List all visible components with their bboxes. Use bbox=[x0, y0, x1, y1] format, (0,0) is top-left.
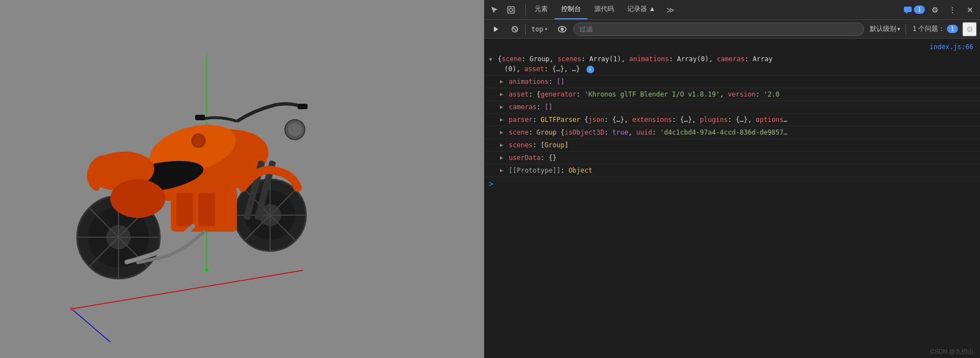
svg-rect-37 bbox=[904, 7, 912, 12]
tree-arrow-icon[interactable]: ▶ bbox=[500, 102, 507, 112]
svg-point-33 bbox=[288, 123, 301, 136]
tree-arrow-icon[interactable]: ▶ bbox=[500, 153, 507, 163]
svg-marker-38 bbox=[494, 26, 498, 32]
devtools-second-bar: top ▾ 默认级别 ▾ 1 个问题： 1 ⚙ bbox=[484, 20, 980, 39]
source-link[interactable]: index.js:66 bbox=[919, 42, 973, 52]
devtools-panel: 元素 控制台 源代码 记录器 ▲ ≫ 1 bbox=[484, 0, 980, 358]
tab-recorder[interactable]: 记录器 ▲ bbox=[621, 0, 662, 19]
eye-icon bbox=[558, 26, 567, 33]
tree-arrow-icon[interactable]: ▶ bbox=[500, 77, 507, 87]
tree-item-scenes[interactable]: ▶ scenes: [Group] bbox=[484, 139, 980, 152]
svg-point-34 bbox=[192, 134, 205, 147]
level-arrow-icon: ▾ bbox=[897, 26, 900, 32]
inspect-icon[interactable] bbox=[503, 2, 519, 18]
block-button[interactable] bbox=[507, 22, 523, 36]
tree-item-userdata[interactable]: ▶ userData: {} bbox=[484, 152, 980, 164]
play-button[interactable] bbox=[488, 22, 504, 36]
svg-point-31 bbox=[110, 179, 165, 218]
top-dropdown[interactable]: top ▾ bbox=[528, 24, 551, 34]
console-settings-icon[interactable]: ⚙ bbox=[962, 22, 977, 36]
svg-line-40 bbox=[513, 28, 516, 31]
play-icon bbox=[492, 25, 500, 33]
svg-point-42 bbox=[561, 28, 563, 30]
tree-item-scene[interactable]: ▶ scene: Group {isObject3D: true, uuid: … bbox=[484, 126, 980, 139]
svg-point-4 bbox=[205, 269, 208, 272]
badge-count: 1 bbox=[914, 6, 925, 14]
footer-watermark: CSDN @九仞山 bbox=[484, 345, 980, 358]
console-source-line: index.js:66 bbox=[484, 41, 980, 53]
prompt-icon: > bbox=[489, 179, 493, 188]
svg-point-36 bbox=[509, 8, 513, 12]
close-icon[interactable]: ✕ bbox=[962, 2, 978, 18]
console-prompt-line: > bbox=[484, 177, 980, 190]
settings-icon[interactable]: ⚙ bbox=[927, 2, 943, 18]
chat-icon bbox=[903, 6, 912, 14]
devtools-top-right: 1 ⚙ ⋮ ✕ bbox=[903, 2, 978, 18]
svg-rect-27 bbox=[195, 115, 205, 120]
separator2 bbox=[906, 24, 906, 35]
info-icon: i bbox=[586, 66, 594, 73]
expand-arrow-icon[interactable]: ▼ bbox=[489, 55, 496, 65]
more-options-icon[interactable]: ⋮ bbox=[945, 2, 960, 18]
tab-console[interactable]: 控制台 bbox=[554, 0, 588, 19]
block-icon bbox=[511, 25, 519, 33]
tree-arrow-icon[interactable]: ▶ bbox=[500, 115, 507, 125]
eye-button[interactable] bbox=[553, 22, 571, 36]
tree-item-parser[interactable]: ▶ parser: GLTFParser {json: {…}, extensi… bbox=[484, 114, 980, 126]
console-object-text: {scene: Group, scenes: Array(1), animati… bbox=[498, 54, 976, 74]
tab-sources[interactable]: 源代码 bbox=[588, 0, 621, 19]
devtools-icon-group bbox=[487, 2, 519, 18]
separator bbox=[525, 24, 526, 35]
more-tabs-icon[interactable]: ≫ bbox=[662, 0, 679, 19]
svg-rect-26 bbox=[298, 104, 308, 109]
svg-rect-30 bbox=[198, 193, 215, 226]
separator bbox=[525, 4, 526, 15]
dropdown-arrow-icon: ▾ bbox=[545, 26, 548, 32]
console-output[interactable]: index.js:66 ▼ {scene: Group, scenes: Arr… bbox=[484, 39, 980, 345]
svg-rect-29 bbox=[176, 193, 193, 226]
console-badge-group[interactable]: 1 bbox=[903, 6, 925, 14]
issue-badge: 1 bbox=[947, 25, 958, 33]
cursor-icon[interactable] bbox=[487, 2, 502, 18]
level-dropdown[interactable]: 默认级别 ▾ bbox=[866, 23, 903, 35]
tree-item-prototype[interactable]: ▶ [[Prototype]]: Object bbox=[484, 164, 980, 177]
tree-item-animations[interactable]: ▶ animations: [] bbox=[484, 76, 980, 88]
devtools-top-bar: 元素 控制台 源代码 记录器 ▲ ≫ 1 bbox=[484, 0, 980, 20]
tree-item-cameras[interactable]: ▶ cameras: [] bbox=[484, 101, 980, 114]
console-object-line[interactable]: ▼ {scene: Group, scenes: Array(1), anima… bbox=[484, 53, 980, 76]
svg-rect-35 bbox=[508, 7, 514, 13]
tab-elements[interactable]: 元素 bbox=[528, 0, 554, 19]
3d-viewport bbox=[0, 0, 484, 358]
tree-arrow-icon[interactable]: ▶ bbox=[500, 127, 507, 137]
tree-item-asset[interactable]: ▶ asset: {generator: 'Khronos glTF Blend… bbox=[484, 88, 980, 101]
tree-arrow-icon[interactable]: ▶ bbox=[500, 140, 507, 150]
devtools-tabs: 元素 控制台 源代码 记录器 ▲ ≫ bbox=[528, 0, 903, 19]
issue-count-text: 1 个问题： bbox=[913, 24, 945, 34]
tree-arrow-icon[interactable]: ▶ bbox=[500, 165, 507, 175]
tree-arrow-icon[interactable]: ▶ bbox=[500, 89, 507, 99]
filter-input[interactable] bbox=[573, 23, 864, 36]
svg-point-5 bbox=[70, 307, 73, 311]
